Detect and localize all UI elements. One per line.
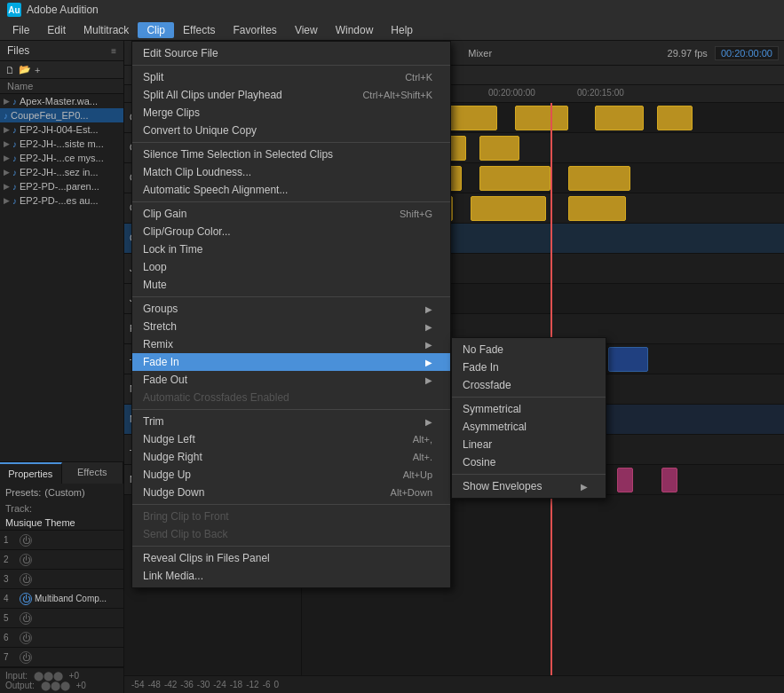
ctx-clip-gain[interactable]: Clip Gain Shift+G — [132, 205, 450, 223]
ctx-lock-time[interactable]: Lock in Time — [132, 240, 450, 258]
tree-item[interactable]: ♪ CoupeFeu_EP0... — [0, 108, 123, 122]
ctx-group-color[interactable]: Clip/Group Color... — [132, 223, 450, 240]
ctx-linear[interactable]: Linear — [452, 436, 606, 453]
audio-file-icon: ♪ — [12, 97, 17, 106]
channel-power-btn[interactable]: ⏻ — [20, 632, 32, 644]
separator — [132, 201, 450, 202]
ctx-nudge-right[interactable]: Nudge Right Alt+. — [132, 448, 450, 466]
submenu-arrow-icon: ▶ — [425, 340, 432, 350]
ctx-fade-in-sub[interactable]: Fade In — [452, 358, 606, 376]
tree-item[interactable]: ▶ ♪ EP2-PD-...paren... — [0, 179, 123, 193]
ctx-cosine[interactable]: Cosine — [452, 453, 606, 471]
menu-favorites[interactable]: Favorites — [225, 22, 286, 38]
ctx-show-envelopes[interactable]: Show Envelopes ▶ — [452, 477, 606, 495]
menu-view[interactable]: View — [286, 22, 327, 38]
tree-item[interactable]: ▶ ♪ EP2-JH-...siste m... — [0, 137, 123, 151]
menu-bar[interactable]: File Edit Multitrack Clip Effects Favori… — [0, 20, 784, 41]
ctx-send-back: Send Clip to Back — [132, 525, 450, 543]
input-row: Input: ⬤⬤⬤ +0 — [5, 671, 118, 681]
channel-row: 1 ⏻ — [0, 531, 123, 550]
ctx-groups[interactable]: Groups ▶ — [132, 300, 450, 318]
import-icon[interactable]: + — [35, 65, 40, 75]
clip-block[interactable] — [617, 468, 633, 492]
tree-item[interactable]: ▶ ♪ EP2-JH-...ce mys... — [0, 151, 123, 165]
channel-number: 7 — [4, 652, 20, 662]
ctx-trim[interactable]: Trim ▶ — [132, 413, 450, 430]
channel-power-btn[interactable]: ⏻ — [20, 573, 32, 586]
channel-number: 6 — [4, 633, 20, 642]
ctx-remix[interactable]: Remix ▶ — [132, 335, 450, 353]
ctx-auto-speech[interactable]: Automatic Speech Alignment... — [132, 181, 450, 199]
menu-effects[interactable]: Effects — [174, 22, 224, 38]
channel-power-btn[interactable]: ⏻ — [20, 593, 32, 605]
tree-item[interactable]: ▶ ♪ Apex-Master.wa... — [0, 94, 123, 108]
ctx-silence[interactable]: Silence Time Selection in Selected Clips — [132, 146, 450, 163]
clip-block[interactable] — [608, 347, 648, 372]
ctx-symmetrical[interactable]: Symmetrical — [452, 400, 606, 418]
ctx-stretch[interactable]: Stretch ▶ — [132, 318, 450, 335]
files-menu-icon[interactable]: ≡ — [111, 46, 116, 56]
new-file-icon[interactable]: 🗋 — [5, 65, 15, 75]
ctx-nudge-up[interactable]: Nudge Up Alt+Up — [132, 466, 450, 484]
channel-power-btn[interactable]: ⏻ — [20, 534, 32, 547]
menu-help[interactable]: Help — [382, 22, 422, 38]
level-label: -18 — [230, 680, 242, 689]
tree-item-label: Apex-Master.wa... — [20, 96, 120, 106]
ctx-nudge-left[interactable]: Nudge Left Alt+, — [132, 430, 450, 448]
menu-file[interactable]: File — [4, 22, 38, 38]
open-file-icon[interactable]: 📂 — [19, 64, 31, 75]
ctx-edit-source[interactable]: Edit Source File — [132, 44, 450, 62]
menu-edit[interactable]: Edit — [38, 22, 75, 38]
channel-power-btn[interactable]: ⏻ — [20, 554, 32, 566]
clip-block[interactable] — [471, 196, 546, 221]
ctx-fade-out[interactable]: Fade Out ▶ — [132, 371, 450, 389]
ctx-convert[interactable]: Convert to Unique Copy — [132, 122, 450, 139]
audio-file-icon: ♪ — [4, 111, 8, 121]
channel-list: 1 ⏻ 2 ⏻ 3 ⏻ 4 ⏻ Multiband Comp... 5 ⏻ 6 — [0, 531, 123, 667]
level-label: -54 — [131, 680, 144, 689]
tree-item[interactable]: ▶ ♪ EP2-PD-...es au... — [0, 193, 123, 208]
audio-file-icon: ♪ — [12, 154, 17, 163]
menu-window[interactable]: Window — [327, 22, 383, 38]
audio-file-icon: ♪ — [12, 168, 17, 177]
clip-block[interactable] — [479, 166, 550, 191]
ctx-reveal-files[interactable]: Reveal Clips in Files Panel — [132, 549, 450, 567]
input-value: +0 — [69, 671, 79, 681]
clip-block[interactable] — [661, 468, 677, 492]
ctx-fade-in[interactable]: Fade In ▶ — [132, 353, 450, 371]
channel-number: 3 — [4, 574, 20, 584]
ctx-link-media[interactable]: Link Media... — [132, 567, 450, 585]
tree-item[interactable]: ▶ ♪ EP2-JH-...sez in... — [0, 165, 123, 179]
menu-clip[interactable]: Clip — [138, 22, 174, 38]
tree-item[interactable]: ▶ ♪ EP2-JH-004-Est... — [0, 122, 123, 137]
ctx-no-fade[interactable]: No Fade — [452, 341, 606, 358]
ctx-asymmetrical[interactable]: Asymmetrical — [452, 418, 606, 436]
ctx-match-loudness[interactable]: Match Clip Loudness... — [132, 163, 450, 181]
clip-block[interactable] — [568, 166, 630, 191]
tree-item-label: EP2-PD-...es au... — [20, 195, 120, 206]
ctx-loop[interactable]: Loop — [132, 258, 450, 276]
channel-power-btn[interactable]: ⏻ — [20, 651, 32, 664]
clip-block[interactable] — [568, 196, 626, 221]
submenu-arrow-icon: ▶ — [425, 417, 432, 427]
tab-properties[interactable]: Properties — [0, 462, 62, 484]
ctx-mute[interactable]: Mute — [132, 276, 450, 294]
ctx-split-all[interactable]: Split All Clips under Playhead Ctrl+Alt+… — [132, 86, 450, 104]
channel-power-btn[interactable]: ⏻ — [20, 612, 32, 625]
level-label: -42 — [164, 680, 177, 689]
tree-item-label: EP2-JH-004-Est... — [20, 124, 120, 135]
ctx-split[interactable]: Split Ctrl+K — [132, 68, 450, 86]
clip-block[interactable] — [595, 106, 644, 130]
shortcut-label: Alt+. — [413, 452, 432, 462]
tree-arrow: ▶ — [4, 168, 10, 177]
clip-block[interactable] — [479, 136, 519, 161]
ctx-merge[interactable]: Merge Clips — [132, 104, 450, 122]
tab-effects[interactable]: Effects — [62, 462, 124, 484]
menu-multitrack[interactable]: Multitrack — [75, 22, 138, 38]
ctx-crossfade[interactable]: Crossfade — [452, 376, 606, 394]
mixer-label[interactable]: Mixer — [468, 48, 492, 59]
ctx-nudge-down[interactable]: Nudge Down Alt+Down — [132, 484, 450, 501]
shortcut-label: Shift+G — [400, 209, 432, 219]
clip-block[interactable] — [657, 106, 693, 130]
clip-block[interactable] — [515, 106, 568, 130]
